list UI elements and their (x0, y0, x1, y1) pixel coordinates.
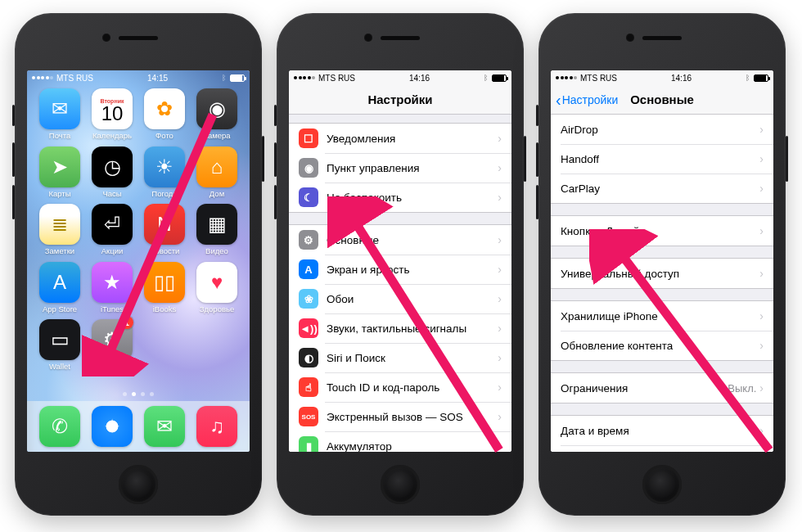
app-погода[interactable]: ☀︎Погода (140, 147, 189, 198)
app-icon: ☀︎ (144, 147, 185, 187)
app-icon: Вторник10 (92, 88, 133, 129)
row-label: Хранилище iPhone (561, 310, 759, 322)
settings-row[interactable]: ☾Не беспокоить› (289, 183, 511, 212)
row-value: Выкл. (728, 382, 756, 394)
row-label: Handoff (561, 153, 759, 165)
battery-icon (230, 74, 245, 82)
notification-badge: 1 (120, 316, 133, 329)
app-label: Настройки (93, 363, 132, 371)
phone-settings: MTS RUS 14:16 ᛒ Настройки ☐Уведомления›◉… (277, 13, 524, 516)
app-label: Фото (155, 132, 173, 140)
row-label: Пункт управления (327, 162, 498, 174)
row-icon: ◐ (299, 348, 318, 367)
home-button[interactable] (381, 465, 420, 504)
general-row[interactable]: ОграниченияВыкл.› (551, 373, 773, 403)
app-фото[interactable]: ✿Фото (140, 88, 189, 140)
page-indicator (27, 392, 250, 396)
chevron-right-icon: › (759, 309, 764, 322)
app-icon: N (144, 204, 185, 245)
app-itunes[interactable]: ★iTunes (88, 262, 137, 313)
settings-row[interactable]: ☝︎Touch ID и код-пароль› (289, 372, 511, 402)
nav-bar: ‹ Настройки Основные (551, 85, 773, 115)
chevron-right-icon: › (759, 339, 764, 352)
app-акции[interactable]: ⏎Акции (88, 204, 137, 255)
dock-music[interactable]: ♫ (196, 406, 237, 447)
app-label: App Store (43, 305, 77, 313)
general-row[interactable]: AirDrop› (551, 115, 773, 144)
app-label: Почта (49, 132, 70, 140)
settings-row[interactable]: ⚙︎Основные› (289, 225, 511, 255)
row-label: AirDrop (561, 124, 759, 136)
app-карты[interactable]: ➤Карты (35, 147, 84, 198)
status-bar: MTS RUS 14:15 ᛒ (27, 70, 250, 85)
dock-phone[interactable]: ✆ (39, 406, 80, 447)
nav-back-button[interactable]: ‹ Настройки (556, 93, 618, 106)
app-label: Погода (151, 190, 177, 198)
status-bar: MTS RUS 14:16 ᛒ (551, 70, 773, 85)
app-icon: ◉ (196, 88, 237, 129)
row-label: Звуки, тактильные сигналы (327, 322, 498, 335)
app-заметки[interactable]: ≣Заметки (35, 204, 84, 255)
app-календарь[interactable]: Вторник10Календарь (88, 88, 137, 140)
app-label: Карты (48, 190, 70, 198)
app-видео[interactable]: ▦Видео (192, 204, 241, 255)
app-настройки[interactable]: ⚙︎1Настройки (88, 319, 137, 371)
settings-row[interactable]: ▮Аккумулятор› (289, 431, 511, 452)
home-button[interactable] (119, 465, 158, 504)
clock-label: 14:16 (671, 74, 692, 83)
general-row[interactable]: CarPlay› (551, 174, 773, 203)
general-row[interactable]: Дата и время› (551, 416, 773, 445)
chevron-right-icon: › (498, 132, 502, 145)
app-icon: ⌂ (196, 147, 237, 187)
settings-row[interactable]: ☐Уведомления› (289, 124, 511, 153)
carrier-label: MTS RUS (580, 74, 617, 83)
app-почта[interactable]: ✉︎Почта (35, 88, 84, 140)
general-row[interactable]: Хранилище iPhone› (551, 301, 773, 331)
nav-back-label: Настройки (562, 93, 619, 106)
settings-row[interactable]: ◐Siri и Поиск› (289, 343, 511, 372)
app-icon: ✉︎ (39, 88, 80, 129)
chevron-right-icon: › (498, 322, 502, 335)
app-ibooks[interactable]: ▯▯iBooks (140, 262, 189, 313)
settings-row[interactable]: ❀Обои› (289, 284, 511, 313)
settings-row[interactable]: ◄))Звуки, тактильные сигналы› (289, 313, 511, 343)
settings-row[interactable]: SOSЭкстренный вызов — SOS› (289, 402, 511, 431)
settings-screen: MTS RUS 14:16 ᛒ Настройки ☐Уведомления›◉… (289, 70, 511, 452)
app-часы[interactable]: ◷Часы (88, 147, 137, 198)
general-row[interactable]: Обновление контента› (551, 331, 773, 360)
app-новости[interactable]: NНовости (140, 204, 189, 255)
app-label: Календарь (92, 132, 132, 140)
dock-messages[interactable]: ✉︎ (144, 406, 185, 447)
clock-label: 14:16 (409, 74, 430, 83)
general-row[interactable]: Кнопка «Домой»› (551, 216, 773, 246)
settings-row[interactable]: ◉Пункт управления› (289, 153, 511, 183)
row-label: Siri и Поиск (327, 352, 498, 364)
app-wallet[interactable]: ▭Wallet (35, 319, 84, 371)
bluetooth-icon: ᛒ (746, 74, 750, 82)
chevron-right-icon: › (498, 161, 502, 174)
dock-safari[interactable]: ✦ (92, 406, 133, 447)
general-row[interactable]: Клавиатура› (551, 445, 773, 452)
home-button[interactable] (642, 465, 682, 504)
general-row[interactable]: Универсальный доступ› (551, 259, 773, 288)
settings-row[interactable]: AЭкран и яркость› (289, 255, 511, 284)
phone-home: MTS RUS 14:15 ᛒ ✉︎ПочтаВторник10Календар… (15, 13, 262, 516)
phone-general: MTS RUS 14:16 ᛒ ‹ Настройки Основные Air… (538, 13, 786, 516)
app-дом[interactable]: ⌂Дом (192, 147, 241, 198)
chevron-right-icon: › (759, 182, 764, 195)
nav-bar: Настройки (289, 85, 511, 115)
app-камера[interactable]: ◉Камера (192, 88, 241, 140)
app-здоровье[interactable]: ♥Здоровье (192, 262, 241, 313)
signal-icon (556, 76, 577, 79)
row-icon: ☝︎ (299, 377, 318, 397)
row-label: Touch ID и код-пароль (327, 381, 498, 394)
clock-label: 14:15 (147, 74, 168, 83)
app-app store[interactable]: AApp Store (35, 262, 84, 313)
general-row[interactable]: Handoff› (551, 144, 773, 174)
app-label: Камера (203, 132, 230, 140)
app-label: Wallet (49, 363, 70, 371)
status-bar: MTS RUS 14:16 ᛒ (289, 70, 511, 85)
row-label: Экран и яркость (327, 264, 498, 276)
row-label: Кнопка «Домой» (561, 225, 759, 237)
row-icon: ◄)) (299, 318, 318, 338)
